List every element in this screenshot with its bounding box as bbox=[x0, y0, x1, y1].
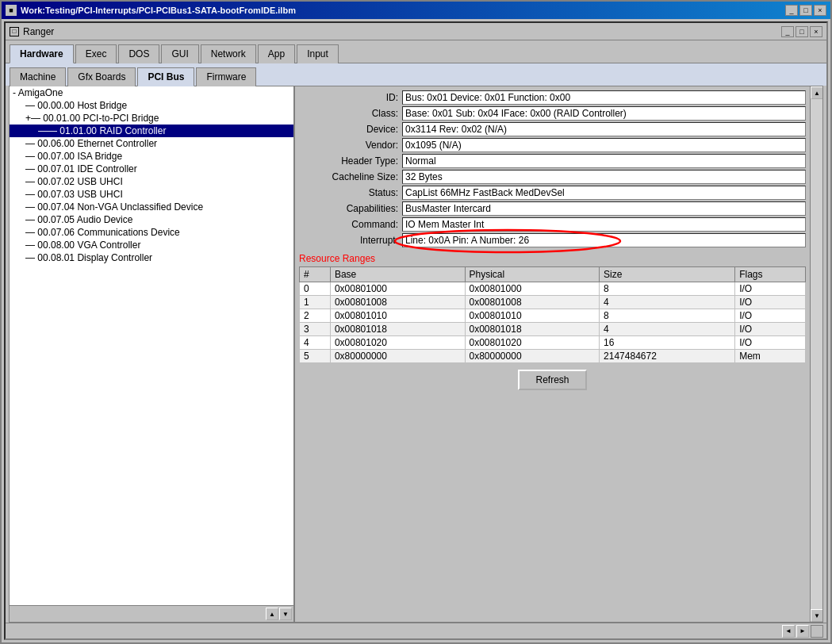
tab-pci-bus[interactable]: PCI Bus bbox=[137, 67, 194, 86]
tree-item-amigaone[interactable]: - AmigaOne bbox=[10, 86, 293, 99]
label-status: Status: bbox=[299, 187, 402, 198]
scroll-up-button[interactable]: ▲ bbox=[266, 608, 278, 620]
tree-item-isa-bridge[interactable]: — 00.07.00 ISA Bridge bbox=[10, 150, 293, 163]
tree-item-host-bridge[interactable]: — 00.00.00 Host Bridge bbox=[10, 99, 293, 112]
resource-cell-0-0: 0 bbox=[300, 282, 331, 296]
tab-gui[interactable]: GUI bbox=[161, 44, 198, 63]
tree-item-comm[interactable]: — 00.07.06 Communications Device bbox=[10, 226, 293, 239]
tree-item-ethernet[interactable]: — 00.06.00 Ethernet Controller bbox=[10, 137, 293, 150]
value-header-type: Normal bbox=[402, 154, 806, 168]
refresh-area: Refresh bbox=[299, 370, 806, 390]
col-header-flags: Flags bbox=[735, 267, 806, 282]
resource-cell-2-2: 0x00801010 bbox=[465, 309, 600, 323]
detail-row-command: Command: IO Mem Master Int bbox=[299, 217, 806, 232]
resource-table-row: 40x008010200x0080102016I/O bbox=[300, 336, 806, 350]
detail-row-device: Device: 0x3114 Rev: 0x02 (N/A) bbox=[299, 122, 806, 136]
tree-item-raid-controller[interactable]: —— 01.01.00 RAID Controller bbox=[10, 125, 293, 137]
resource-cell-0-1: 0x00801000 bbox=[330, 282, 465, 296]
tab-network[interactable]: Network bbox=[201, 44, 256, 63]
bottom-scroll-right[interactable]: ► bbox=[796, 625, 809, 638]
col-header-num: # bbox=[300, 267, 331, 282]
minimize-button[interactable]: _ bbox=[785, 5, 798, 16]
resource-table-row: 30x008010180x008010184I/O bbox=[300, 323, 806, 336]
detail-row-vendor: Vendor: 0x1095 (N/A) bbox=[299, 138, 806, 152]
tree-item-usb-uhci-1[interactable]: — 00.07.02 USB UHCI bbox=[10, 175, 293, 188]
resource-cell-5-3: 2147484672 bbox=[600, 350, 735, 363]
ranger-title-left: □ Ranger bbox=[10, 26, 54, 37]
tab-machine[interactable]: Machine bbox=[10, 67, 66, 86]
resource-cell-2-0: 2 bbox=[300, 309, 331, 323]
tab-dos[interactable]: DOS bbox=[118, 44, 159, 63]
tree-panel[interactable]: - AmigaOne — 00.00.00 Host Bridge +— 00.… bbox=[10, 86, 293, 605]
resource-cell-2-1: 0x00801010 bbox=[330, 309, 465, 323]
detail-row-interrupt: Interrupt: Line: 0x0A Pin: A Number: 26 bbox=[299, 233, 806, 247]
tab-exec[interactable]: Exec bbox=[75, 44, 117, 63]
resource-cell-3-4: I/O bbox=[735, 323, 806, 336]
ranger-minimize-button[interactable]: _ bbox=[781, 26, 794, 37]
tab-firmware[interactable]: Firmware bbox=[196, 67, 256, 86]
resource-table-row: 10x008010080x008010084I/O bbox=[300, 296, 806, 309]
resize-corner[interactable] bbox=[811, 625, 823, 638]
tab-gfx-boards[interactable]: Gfx Boards bbox=[67, 67, 136, 86]
label-vendor: Vendor: bbox=[299, 140, 402, 151]
tree-item-usb-uhci-2[interactable]: — 00.07.03 USB UHCI bbox=[10, 188, 293, 201]
detail-scroll-track[interactable] bbox=[811, 99, 822, 609]
label-id: ID: bbox=[299, 92, 402, 103]
tree-item-ide-controller[interactable]: — 00.07.01 IDE Controller bbox=[10, 163, 293, 175]
title-bar-left: ■ Work:Testing/PCI-Interrupts/PCI-PCIBus… bbox=[6, 5, 296, 16]
tab-app[interactable]: App bbox=[258, 44, 295, 63]
tree-wrapper: - AmigaOne — 00.00.00 Host Bridge +— 00.… bbox=[10, 86, 295, 622]
value-command: IO Mem Master Int bbox=[402, 217, 806, 232]
resource-cell-4-2: 0x00801020 bbox=[465, 336, 600, 350]
resource-table-row: 20x008010100x008010108I/O bbox=[300, 309, 806, 323]
resource-cell-0-2: 0x00801000 bbox=[465, 282, 600, 296]
value-status: CapList 66MHz FastBack MedDevSel bbox=[402, 186, 806, 200]
window-title: Work:Testing/PCI-Interrupts/PCI-PCIBus1-… bbox=[21, 6, 296, 15]
ranger-maximize-button[interactable]: □ bbox=[796, 26, 808, 37]
tree-item-vga[interactable]: — 00.08.00 VGA Controller bbox=[10, 239, 293, 251]
bottom-bar: ◄ ► bbox=[6, 623, 826, 638]
bottom-scroll-left[interactable]: ◄ bbox=[782, 625, 795, 638]
value-cacheline: 32 Bytes bbox=[402, 170, 806, 184]
detail-scrollbar[interactable]: ▲ ▼ bbox=[810, 86, 822, 622]
resource-cell-5-1: 0x80000000 bbox=[330, 350, 465, 363]
value-capabilities: BusMaster Intercard bbox=[402, 201, 806, 216]
value-id: Bus: 0x01 Device: 0x01 Function: 0x00 bbox=[402, 90, 806, 105]
content-area: - AmigaOne — 00.00.00 Host Bridge +— 00.… bbox=[9, 86, 823, 623]
resource-cell-1-0: 1 bbox=[300, 296, 331, 309]
resource-table-header-row: # Base Physical Size Flags bbox=[300, 267, 806, 282]
value-device: 0x3114 Rev: 0x02 (N/A) bbox=[402, 122, 806, 136]
scroll-down-button[interactable]: ▼ bbox=[279, 608, 292, 620]
detail-scroll-down[interactable]: ▼ bbox=[811, 609, 823, 622]
close-button[interactable]: × bbox=[814, 5, 826, 16]
tree-scroll-buttons: ▲ ▼ bbox=[10, 605, 293, 622]
resource-cell-4-1: 0x00801020 bbox=[330, 336, 465, 350]
resource-cell-2-3: 8 bbox=[600, 309, 735, 323]
tab-hardware[interactable]: Hardware bbox=[10, 44, 74, 63]
resource-cell-3-0: 3 bbox=[300, 323, 331, 336]
detail-row-cacheline: Cacheline Size: 32 Bytes bbox=[299, 170, 806, 184]
main-tab-bar: Hardware Exec DOS GUI Network App Input bbox=[6, 40, 826, 63]
resource-cell-4-0: 4 bbox=[300, 336, 331, 350]
ranger-close-button[interactable]: × bbox=[810, 26, 822, 37]
label-header-type: Header Type: bbox=[299, 155, 402, 167]
refresh-button[interactable]: Refresh bbox=[518, 370, 586, 390]
label-class: Class: bbox=[299, 108, 402, 119]
ranger-title: Ranger bbox=[23, 26, 54, 37]
label-command: Command: bbox=[299, 219, 402, 230]
label-device: Device: bbox=[299, 124, 402, 135]
tree-item-display[interactable]: — 00.08.01 Display Controller bbox=[10, 251, 293, 264]
detail-row-capabilities: Capabilities: BusMaster Intercard bbox=[299, 201, 806, 216]
tab-input[interactable]: Input bbox=[297, 44, 339, 63]
resource-cell-5-0: 5 bbox=[300, 350, 331, 363]
tree-item-audio[interactable]: — 00.07.05 Audio Device bbox=[10, 213, 293, 226]
maximize-button[interactable]: □ bbox=[799, 5, 812, 16]
detail-panel: ID: Bus: 0x01 Device: 0x01 Function: 0x0… bbox=[295, 86, 810, 622]
col-header-physical: Physical bbox=[465, 267, 600, 282]
tree-item-non-vga[interactable]: — 00.07.04 Non-VGA Unclassified Device bbox=[10, 201, 293, 213]
detail-row-class: Class: Base: 0x01 Sub: 0x04 IFace: 0x00 … bbox=[299, 106, 806, 121]
tree-item-pci-bridge[interactable]: +— 00.01.00 PCI-to-PCI Bridge bbox=[10, 112, 293, 125]
resource-cell-3-2: 0x00801018 bbox=[465, 323, 600, 336]
detail-scroll-up[interactable]: ▲ bbox=[811, 86, 823, 99]
detail-row-status: Status: CapList 66MHz FastBack MedDevSel bbox=[299, 186, 806, 200]
